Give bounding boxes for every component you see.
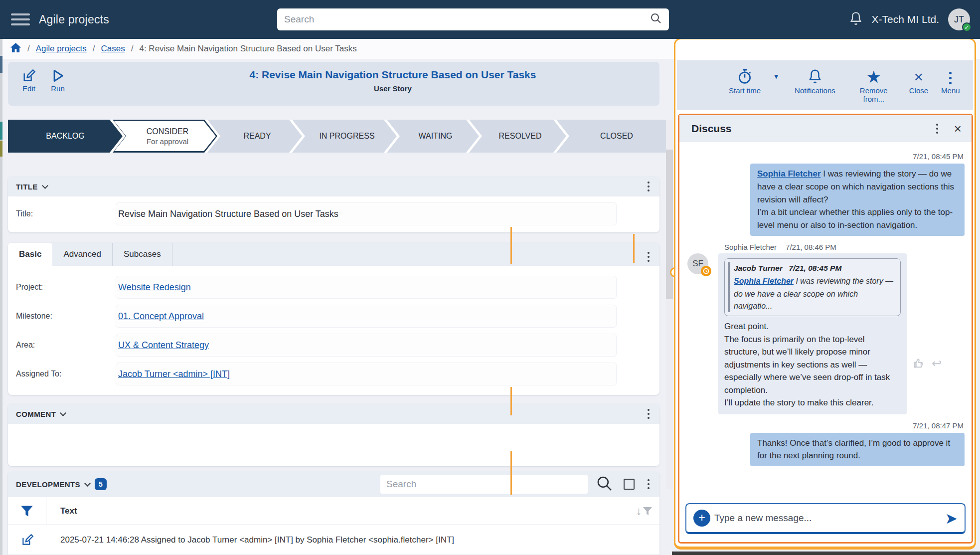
comment-section-menu-icon[interactable] (646, 407, 652, 421)
stage-in-progress[interactable]: IN PROGRESS (292, 120, 397, 153)
message-input-box[interactable]: + ➤ (685, 503, 966, 534)
filter-column[interactable] (8, 497, 46, 525)
details-section-menu-icon[interactable] (646, 250, 652, 266)
breadcrumb-link-agile-projects[interactable]: Agile projects (36, 44, 87, 54)
add-attachment-button[interactable]: + (693, 510, 710, 527)
star-icon: ★ (853, 67, 894, 84)
edit-button[interactable]: Edit (15, 69, 43, 93)
message-text: Great point. The focus is primarily on t… (724, 320, 901, 409)
filter-funnel-icon (20, 505, 33, 517)
chat-area: 7/21, 08:45 PM Sophia Fletcher I was rev… (679, 142, 972, 498)
assigned-to-label: Assigned To: (16, 370, 116, 378)
start-time-dropdown-icon[interactable]: ▼ (773, 72, 780, 80)
quote-author: Jacob Turner (734, 264, 783, 272)
developments-menu-icon[interactable] (646, 477, 652, 491)
search-icon[interactable] (596, 475, 613, 494)
search-icon[interactable] (650, 12, 662, 26)
field-row-project: Project: Website Redesign (8, 273, 659, 302)
quoted-message[interactable]: Jacob Turner 7/21, 08:45 PM Sophia Fletc… (724, 258, 901, 316)
close-label: Close (909, 86, 928, 95)
start-time-label: Start time (729, 86, 761, 95)
table-row[interactable]: 2025-07-21 14:46:28 Assigned to Jacob Tu… (8, 525, 659, 555)
developments-section: DEVELOPMENTS 5 Text ↓ 2025-07-21 14:46:2… (8, 471, 659, 555)
discuss-title: Discuss (691, 123, 732, 135)
avatar[interactable]: JT ✓ (948, 8, 970, 30)
global-search[interactable] (277, 8, 669, 30)
hamburger-menu-icon[interactable] (11, 13, 30, 25)
developments-header: DEVELOPMENTS 5 (8, 471, 659, 497)
like-icon[interactable] (913, 357, 926, 370)
select-mode-icon[interactable] (624, 479, 635, 490)
menu-kebab-icon (949, 69, 952, 84)
message-timestamp: 7/21, 08:47 PM (685, 421, 964, 430)
comment-section-header[interactable]: COMMENT (8, 404, 659, 424)
window-edge (672, 552, 980, 555)
stage-closed[interactable]: CLOSED (556, 120, 672, 153)
reply-icon[interactable]: ↩ (932, 357, 942, 370)
menu-button[interactable]: Menu (941, 67, 960, 95)
breadcrumb-current: 4: Revise Main Navigation Structure Base… (139, 44, 356, 54)
scrollbar-thumb[interactable] (666, 150, 673, 299)
milestone-link[interactable]: 01. Concept Approval (118, 311, 204, 322)
remove-from-button[interactable]: ★ Remove from... (853, 67, 894, 104)
assigned-to-link[interactable]: Jacob Turner <admin> [INT] (118, 369, 230, 379)
details-tabs: Basic Advanced Subcases (8, 243, 659, 266)
message-input-area: + ➤ (679, 498, 972, 542)
discuss-close-icon[interactable]: × (954, 121, 962, 137)
breadcrumb-separator: / (131, 44, 134, 54)
home-icon[interactable] (10, 42, 21, 55)
stage-resolved[interactable]: RESOLVED (469, 120, 566, 153)
send-icon[interactable]: ➤ (945, 510, 958, 527)
discuss-menu-icon[interactable] (934, 122, 940, 136)
mention-link[interactable]: Sophia Fletcher (757, 169, 821, 179)
stage-backlog[interactable]: BACKLOG (8, 120, 123, 153)
notifications-label: Notifications (795, 86, 835, 95)
start-time-button[interactable]: Start time (729, 67, 761, 95)
tab-subcases[interactable]: Subcases (113, 243, 172, 266)
developments-search[interactable] (380, 475, 588, 494)
text-column-header[interactable]: Text (46, 506, 636, 516)
global-search-input[interactable] (284, 14, 650, 25)
main-scrollbar[interactable] (666, 120, 673, 489)
run-button-label: Run (51, 84, 65, 93)
close-button[interactable]: × Close (909, 67, 928, 95)
bell-icon (795, 67, 835, 84)
notifications-button[interactable]: Notifications (795, 67, 835, 95)
desktop-edge (0, 39, 2, 555)
discuss-header: Discuss × (679, 115, 972, 142)
comment-section-title: COMMENT (16, 410, 56, 418)
chevron-down-icon[interactable] (60, 410, 66, 416)
title-section-menu-icon[interactable] (646, 180, 652, 193)
title-field[interactable]: Revise Main Navigation Structure Based o… (116, 202, 617, 225)
orange-guide-line (510, 451, 512, 495)
chat-message-outgoing: Thanks! Once that’s clarified, I’m good … (750, 433, 965, 467)
tab-basic[interactable]: Basic (8, 243, 52, 266)
breadcrumb-link-cases[interactable]: Cases (101, 44, 125, 54)
chevron-down-icon[interactable] (42, 183, 48, 189)
quote-text: do we have a clear scope on which naviga… (734, 288, 895, 312)
chevron-down-icon[interactable] (84, 480, 91, 487)
mention-link[interactable]: Sophia Fletcher (734, 277, 794, 285)
notification-bell-icon[interactable] (849, 11, 863, 28)
area-link[interactable]: UX & Content Strategy (118, 340, 209, 351)
sort-down-icon[interactable]: ↓ (636, 505, 642, 518)
area-label: Area: (16, 341, 116, 350)
edit-icon (22, 69, 36, 83)
message-timestamp: 7/21, 08:46 PM (786, 243, 836, 251)
project-link[interactable]: Website Redesign (118, 282, 191, 293)
avatar[interactable]: SF (687, 253, 708, 274)
case-title: 4: Revise Main Navigation Structure Base… (119, 69, 667, 81)
stage-consider[interactable]: CONSIDER For approval (113, 120, 217, 153)
stage-ready[interactable]: READY (207, 120, 302, 153)
run-button[interactable]: Run (44, 69, 72, 93)
message-input[interactable] (714, 513, 945, 524)
edit-button-label: Edit (22, 84, 35, 93)
tab-advanced[interactable]: Advanced (52, 243, 113, 266)
chat-message-outgoing: Sophia Fletcher I was reviewing the stor… (750, 164, 965, 236)
case-toolbar: Start time ▼ Notifications ★ Remove from… (677, 60, 973, 110)
breadcrumb-separator: / (93, 44, 95, 54)
developments-search-input[interactable] (386, 479, 582, 490)
title-section-header[interactable]: TITLE (8, 177, 659, 196)
stage-waiting[interactable]: WAITING (387, 120, 479, 153)
title-field-label: Title: (16, 209, 116, 218)
